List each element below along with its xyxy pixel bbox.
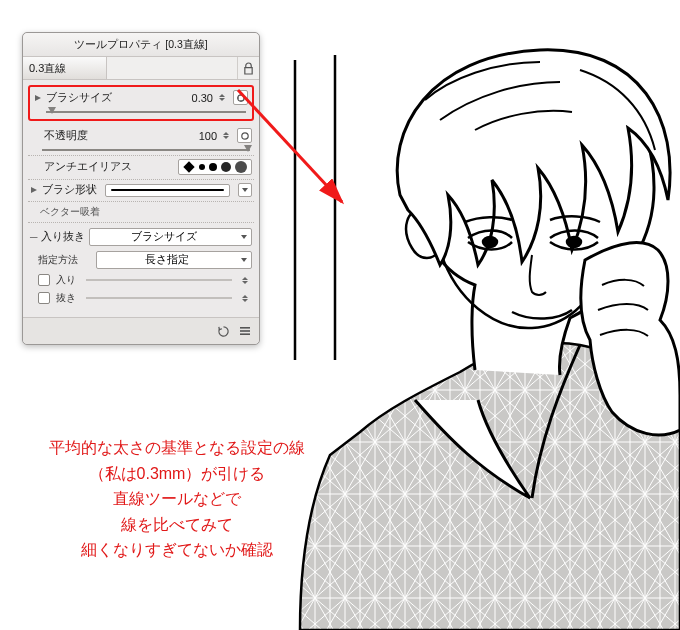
antialias-none-icon[interactable] [183, 161, 194, 172]
tool-property-panel: ツールプロパティ [0.3直線] 0.3直線 ブラシサイズ 0.30 [22, 32, 260, 345]
antialias-weak-icon[interactable] [199, 164, 205, 170]
antialias-picker[interactable] [178, 159, 252, 175]
panel-title: ツールプロパティ [0.3直線] [23, 33, 259, 57]
annotation-caption: 平均的な太さの基準となる設定の線 （私は0.3mm）が引ける 直線ツールなどで … [42, 435, 312, 563]
preset-bar: 0.3直線 [23, 57, 259, 80]
out-label: 抜き [56, 291, 76, 305]
lock-button[interactable] [237, 57, 259, 79]
in-slider[interactable] [86, 279, 232, 281]
out-slider[interactable] [86, 297, 232, 299]
svg-point-4 [567, 237, 581, 247]
svg-point-3 [483, 237, 497, 247]
brush-size-stepper[interactable] [219, 91, 229, 105]
disclosure-icon[interactable] [34, 94, 42, 102]
method-select[interactable]: 長さ指定 [96, 251, 252, 269]
brush-size-highlight: ブラシサイズ 0.30 [28, 85, 254, 121]
menu-button[interactable] [237, 323, 253, 339]
antialias-mid-icon[interactable] [209, 163, 217, 171]
svg-rect-8 [240, 330, 250, 332]
opacity-label: 不透明度 [44, 129, 88, 143]
out-stepper[interactable] [242, 291, 252, 305]
disclosure-icon[interactable] [30, 186, 38, 194]
svg-point-6 [241, 132, 247, 138]
svg-rect-7 [240, 327, 250, 329]
opacity-value[interactable]: 100 [185, 130, 219, 142]
vector-snap-label: ベクター吸着 [28, 202, 254, 223]
svg-rect-9 [240, 333, 250, 335]
in-stepper[interactable] [242, 273, 252, 287]
brush-size-slider[interactable] [46, 111, 246, 113]
in-checkbox[interactable] [38, 274, 50, 286]
antialias-label: アンチエイリアス [44, 160, 132, 174]
in-label: 入り [56, 273, 76, 287]
method-label: 指定方法 [38, 253, 90, 267]
opacity-slider[interactable] [42, 149, 250, 151]
out-checkbox[interactable] [38, 292, 50, 304]
brush-shape-dropdown[interactable] [238, 183, 252, 197]
brush-shape-preview[interactable] [105, 184, 230, 197]
opacity-dynamics-button[interactable] [237, 128, 252, 143]
inout-section-label: 入り抜き [41, 230, 85, 244]
opacity-stepper[interactable] [223, 129, 233, 143]
brush-size-dynamics-button[interactable] [233, 90, 248, 105]
brush-shape-label: ブラシ形状 [42, 183, 97, 197]
brush-size-value[interactable]: 0.30 [181, 92, 215, 104]
antialias-max-icon[interactable] [235, 161, 247, 173]
preset-tab[interactable]: 0.3直線 [23, 57, 107, 79]
antialias-strong-icon[interactable] [221, 162, 231, 172]
brush-size-label: ブラシサイズ [46, 91, 112, 105]
reset-button[interactable] [215, 323, 231, 339]
inout-mode-select[interactable]: ブラシサイズ [89, 228, 252, 246]
